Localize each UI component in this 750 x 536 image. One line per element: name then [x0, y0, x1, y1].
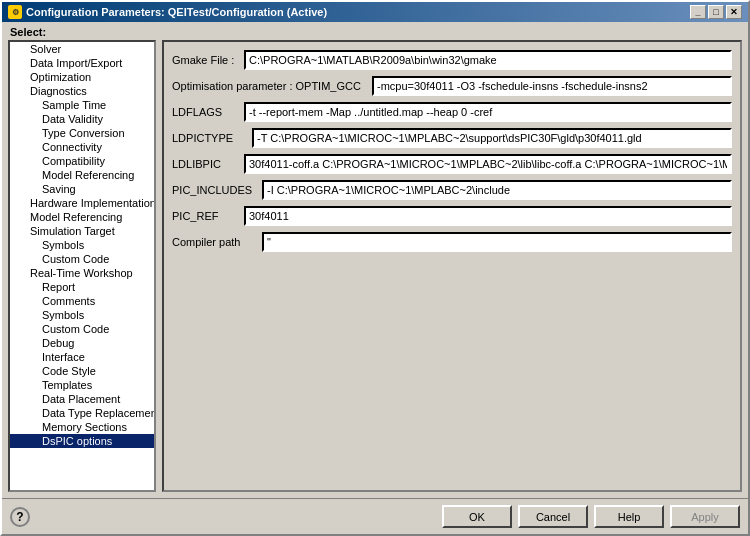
- pic-includes-label: PIC_INCLUDES: [172, 184, 262, 196]
- sidebar-item-realtime-workshop[interactable]: Real-Time Workshop: [10, 266, 154, 280]
- sidebar-item-optimization[interactable]: Optimization: [10, 70, 154, 84]
- cancel-button[interactable]: Cancel: [518, 505, 588, 528]
- sidebar-item-hardware-impl[interactable]: Hardware Implementation: [10, 196, 154, 210]
- compiler-input[interactable]: [262, 232, 732, 252]
- title-bar: ⚙ Configuration Parameters: QEITest/Conf…: [2, 2, 748, 22]
- ldlibpic-input[interactable]: [244, 154, 732, 174]
- sidebar-item-templates[interactable]: Templates: [10, 378, 154, 392]
- minimize-button[interactable]: _: [690, 5, 706, 19]
- ldflags-row: LDFLAGS: [172, 102, 732, 122]
- sidebar-item-data-import-export[interactable]: Data Import/Export: [10, 56, 154, 70]
- sidebar[interactable]: Solver Data Import/Export Optimization D…: [8, 40, 156, 492]
- main-window: ⚙ Configuration Parameters: QEITest/Conf…: [0, 0, 750, 536]
- sidebar-item-connectivity[interactable]: Connectivity: [10, 140, 154, 154]
- sidebar-item-debug[interactable]: Debug: [10, 336, 154, 350]
- sidebar-item-data-placement[interactable]: Data Placement: [10, 392, 154, 406]
- sidebar-item-report[interactable]: Report: [10, 280, 154, 294]
- sidebar-item-symbols[interactable]: Symbols: [10, 238, 154, 252]
- right-panel: Gmake File : Optimisation parameter : OP…: [162, 40, 742, 492]
- sidebar-item-simulation-target[interactable]: Simulation Target: [10, 224, 154, 238]
- help-button[interactable]: Help: [594, 505, 664, 528]
- sidebar-item-data-type-replacement[interactable]: Data Type Replacement: [10, 406, 154, 420]
- apply-button[interactable]: Apply: [670, 505, 740, 528]
- window-body: Select: Solver Data Import/Export Optimi…: [2, 22, 748, 534]
- gmake-row: Gmake File :: [172, 50, 732, 70]
- gmake-input[interactable]: [244, 50, 732, 70]
- sidebar-item-sample-time[interactable]: Sample Time: [10, 98, 154, 112]
- title-controls[interactable]: _ □ ✕: [690, 5, 742, 19]
- pic-ref-input[interactable]: [244, 206, 732, 226]
- gmake-label: Gmake File :: [172, 54, 244, 66]
- title-bar-left: ⚙ Configuration Parameters: QEITest/Conf…: [8, 5, 327, 19]
- bottom-buttons: OK Cancel Help Apply: [442, 505, 740, 528]
- ok-button[interactable]: OK: [442, 505, 512, 528]
- window-title: Configuration Parameters: QEITest/Config…: [26, 6, 327, 18]
- app-icon: ⚙: [8, 5, 22, 19]
- ldpictype-label: LDPICTYPE: [172, 132, 252, 144]
- sidebar-item-model-referencing2[interactable]: Model Referencing: [10, 210, 154, 224]
- sidebar-item-dspic-options[interactable]: DsPIC options: [10, 434, 154, 448]
- sidebar-item-code-style[interactable]: Code Style: [10, 364, 154, 378]
- ldflags-label: LDFLAGS: [172, 106, 244, 118]
- main-content: Solver Data Import/Export Optimization D…: [2, 40, 748, 498]
- opt-label: Optimisation parameter : OPTIM_GCC: [172, 80, 372, 92]
- sidebar-item-memory-sections[interactable]: Memory Sections: [10, 420, 154, 434]
- sidebar-item-data-validity[interactable]: Data Validity: [10, 112, 154, 126]
- ldlibpic-label: LDLIBPIC: [172, 158, 244, 170]
- sidebar-item-diagnostics[interactable]: Diagnostics: [10, 84, 154, 98]
- sidebar-item-solver[interactable]: Solver: [10, 42, 154, 56]
- sidebar-item-custom-code2[interactable]: Custom Code: [10, 322, 154, 336]
- ldpictype-input[interactable]: [252, 128, 732, 148]
- sidebar-item-type-conversion[interactable]: Type Conversion: [10, 126, 154, 140]
- pic-includes-row: PIC_INCLUDES: [172, 180, 732, 200]
- sidebar-item-symbols2[interactable]: Symbols: [10, 308, 154, 322]
- sidebar-item-comments[interactable]: Comments: [10, 294, 154, 308]
- opt-row: Optimisation parameter : OPTIM_GCC: [172, 76, 732, 96]
- compiler-row: Compiler path: [172, 232, 732, 252]
- pic-includes-input[interactable]: [262, 180, 732, 200]
- select-label: Select:: [2, 22, 748, 40]
- pic-ref-row: PIC_REF: [172, 206, 732, 226]
- sidebar-item-model-referencing[interactable]: Model Referencing: [10, 168, 154, 182]
- help-circle-icon[interactable]: ?: [10, 507, 30, 527]
- ldflags-input[interactable]: [244, 102, 732, 122]
- sidebar-item-interface[interactable]: Interface: [10, 350, 154, 364]
- opt-input[interactable]: [372, 76, 732, 96]
- pic-ref-label: PIC_REF: [172, 210, 244, 222]
- maximize-button[interactable]: □: [708, 5, 724, 19]
- bottom-bar: ? OK Cancel Help Apply: [2, 498, 748, 534]
- ldlibpic-row: LDLIBPIC: [172, 154, 732, 174]
- sidebar-item-compatibility[interactable]: Compatibility: [10, 154, 154, 168]
- compiler-label: Compiler path: [172, 236, 262, 248]
- sidebar-item-custom-code[interactable]: Custom Code: [10, 252, 154, 266]
- ldpictype-row: LDPICTYPE: [172, 128, 732, 148]
- close-button[interactable]: ✕: [726, 5, 742, 19]
- bottom-left: ?: [10, 507, 30, 527]
- sidebar-item-saving[interactable]: Saving: [10, 182, 154, 196]
